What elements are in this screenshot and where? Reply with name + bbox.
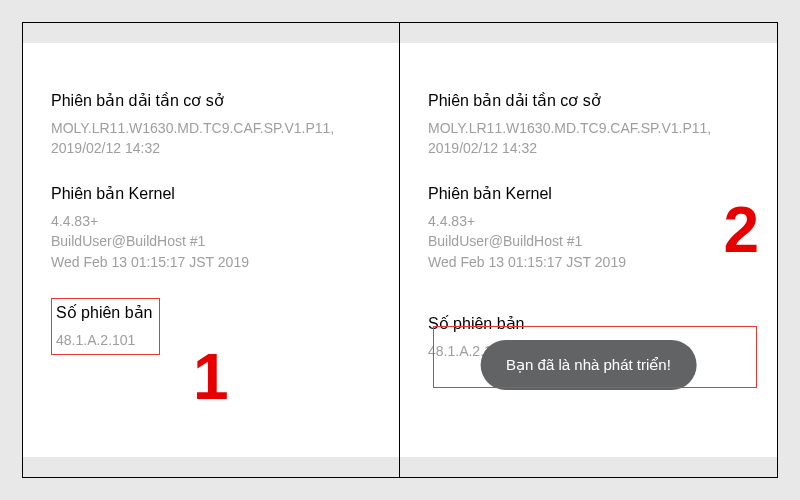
baseband-title: Phiên bản dải tần cơ sở [428,91,749,112]
kernel-value: 4.4.83+ BuildUser@BuildHost #1 Wed Feb 1… [51,211,371,272]
kernel-title: Phiên bản Kernel [51,184,371,205]
about-phone-screen-left: Phiên bản dải tần cơ sở MOLY.LR11.W1630.… [23,43,399,457]
kernel-title: Phiên bản Kernel [428,184,749,205]
comparison-frame: Phiên bản dải tần cơ sở MOLY.LR11.W1630.… [22,22,778,478]
baseband-title: Phiên bản dải tần cơ sở [51,91,371,112]
left-panel: Phiên bản dải tần cơ sở MOLY.LR11.W1630.… [23,23,400,477]
build-number-title: Số phiên bản [56,303,153,324]
about-phone-screen-right: Phiên bản dải tần cơ sở MOLY.LR11.W1630.… [400,43,777,457]
baseband-value: MOLY.LR11.W1630.MD.TC9.CAF.SP.V1.P11, 20… [428,118,749,159]
baseband-row[interactable]: Phiên bản dải tần cơ sở MOLY.LR11.W1630.… [428,91,749,158]
build-number-title: Số phiên bản [428,314,749,335]
developer-toast: Bạn đã là nhà phát triển! [480,340,697,390]
build-number-value: 48.1.A.2.101 [56,330,153,350]
build-number-row[interactable]: Số phiên bản 48.1.A.2.101 [51,298,160,355]
baseband-value: MOLY.LR11.W1630.MD.TC9.CAF.SP.V1.P11, 20… [51,118,371,159]
annotation-step-1: 1 [193,345,229,409]
kernel-row[interactable]: Phiên bản Kernel 4.4.83+ BuildUser@Build… [428,184,749,272]
kernel-row[interactable]: Phiên bản Kernel 4.4.83+ BuildUser@Build… [51,184,371,272]
annotation-step-2: 2 [723,198,759,262]
right-panel: Phiên bản dải tần cơ sở MOLY.LR11.W1630.… [400,23,777,477]
kernel-value: 4.4.83+ BuildUser@BuildHost #1 Wed Feb 1… [428,211,749,272]
baseband-row[interactable]: Phiên bản dải tần cơ sở MOLY.LR11.W1630.… [51,91,371,158]
